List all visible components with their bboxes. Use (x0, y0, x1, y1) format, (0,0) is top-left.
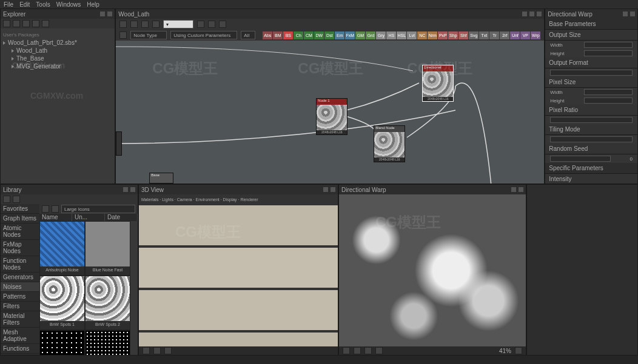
status-icon[interactable] (153, 347, 161, 354)
graph-node-selected[interactable]: Directional2048x2048 L16 (422, 65, 454, 102)
status-icon[interactable] (354, 347, 361, 354)
close-icon[interactable] (537, 12, 542, 16)
all-dropdown[interactable]: All (241, 31, 255, 39)
menu-file[interactable]: File (4, 1, 13, 8)
params-dropdown[interactable]: Using Custom Parameters (170, 31, 237, 39)
seed-slider[interactable] (550, 156, 611, 162)
zoom-dropdown[interactable]: ▾ (163, 20, 193, 28)
node-chip[interactable]: Ch (294, 31, 303, 39)
library-category[interactable]: Function Nodes (1, 256, 39, 273)
menu-edit[interactable]: Edit (19, 1, 30, 8)
library-category[interactable]: FxMap Nodes (1, 240, 39, 256)
node-chip[interactable]: VP (520, 31, 530, 39)
library-item[interactable] (85, 330, 130, 355)
node-chip[interactable]: HS (386, 31, 396, 39)
status-icon[interactable] (515, 347, 522, 354)
collapse-icon[interactable] (130, 21, 138, 28)
graph-node-small[interactable]: Base (149, 173, 173, 184)
dropdown-icon[interactable] (22, 20, 30, 27)
ratio-slider[interactable] (550, 117, 633, 123)
filter-icon[interactable] (42, 205, 49, 213)
node-chip[interactable]: Shf (458, 31, 468, 39)
lib-tool-icon[interactable] (3, 196, 10, 203)
library-category[interactable]: Patterns (1, 292, 39, 302)
node-chip[interactable]: Txt (479, 31, 489, 39)
node-chip[interactable]: PxP (438, 31, 448, 39)
node-chip[interactable]: BS (283, 31, 293, 39)
status-icon[interactable] (375, 347, 383, 354)
section-specific[interactable]: Specific Parameters (545, 163, 637, 174)
pin-icon[interactable] (123, 187, 128, 192)
graph-node[interactable]: Node 12048x2048 L16 (316, 98, 348, 135)
height-slider[interactable] (584, 50, 633, 56)
lib-tool-icon[interactable] (13, 196, 20, 203)
status-icon[interactable] (143, 347, 150, 354)
package-item[interactable]: Wood_Lath_Pbrt_02.sbs* (3, 39, 112, 47)
node-chip[interactable]: GM (355, 31, 365, 39)
snap-icon[interactable] (152, 21, 160, 28)
library-item[interactable]: Blue Noise Fast (85, 221, 130, 276)
library-columns[interactable]: NameUn...Date modified (39, 214, 138, 221)
library-category[interactable]: Graph Items (1, 214, 39, 223)
link-icon[interactable] (208, 21, 215, 28)
section-intensity[interactable]: Intensity (545, 174, 637, 184)
library-category[interactable]: Generators (1, 273, 39, 282)
close-icon[interactable] (630, 12, 635, 16)
width-slider[interactable] (584, 42, 633, 48)
library-category[interactable]: Favorites (1, 204, 39, 214)
format-dropdown[interactable] (550, 70, 633, 76)
node-chip[interactable]: NC (417, 31, 427, 39)
close-icon[interactable] (519, 187, 523, 192)
node-chip[interactable]: Tr (489, 31, 499, 39)
library-category[interactable]: Material Filters (1, 311, 39, 328)
timer-icon[interactable] (219, 21, 226, 28)
properties-body[interactable]: Base Parameters Output Size Width Height… (545, 19, 637, 184)
library-item[interactable]: Anisotropic Noise (39, 221, 85, 276)
minimize-icon[interactable] (522, 12, 527, 16)
filter-icon[interactable] (32, 20, 39, 27)
library-item[interactable]: BnW Spots 1 (39, 276, 85, 330)
expand-icon[interactable] (119, 21, 127, 28)
graph-node[interactable]: Blend Node2048x2048 L16 (374, 125, 405, 162)
node-chip[interactable]: Lvl (407, 31, 417, 39)
library-category[interactable]: Filters (1, 302, 39, 311)
sort-icon[interactable] (52, 205, 59, 213)
section-tiling[interactable]: Tiling Mode (545, 124, 637, 135)
node-chip[interactable]: 2rf (500, 31, 509, 39)
node-chip[interactable]: Abs (263, 31, 272, 39)
maximize-icon[interactable] (529, 12, 534, 16)
3d-view-menu[interactable]: Materials · Lights · Camera · Environmen… (139, 194, 338, 204)
px-height-slider[interactable] (584, 98, 633, 104)
px-width-slider[interactable] (584, 89, 633, 95)
pin-icon[interactable] (100, 12, 105, 16)
section-base[interactable]: Base Parameters (545, 19, 637, 30)
library-item[interactable]: BnW Spots 2 (85, 276, 130, 330)
library-category[interactable]: Atomic Nodes (1, 223, 39, 240)
section-pixel-ratio[interactable]: Pixel Ratio (545, 105, 637, 116)
status-icon[interactable] (164, 347, 172, 354)
node-chip[interactable]: Shp (448, 31, 458, 39)
close-icon[interactable] (331, 187, 335, 192)
node-chip[interactable]: Svg (469, 31, 478, 39)
tree-item[interactable]: MVG_Generator (12, 62, 112, 70)
node-chip[interactable]: Em (335, 31, 344, 39)
node-chip[interactable]: Wrp (531, 31, 540, 39)
node-chip[interactable]: Gry (376, 31, 386, 39)
pin-icon[interactable] (623, 12, 628, 16)
node-chip[interactable]: DW (314, 31, 324, 39)
tiling-dropdown[interactable] (550, 136, 633, 142)
tree-item[interactable]: The_Base (12, 55, 112, 62)
menu-tools[interactable]: Tools (36, 1, 50, 8)
library-sidebar[interactable]: FavoritesGraph ItemsAtomic NodesFxMap No… (1, 204, 39, 355)
pin-icon[interactable] (323, 187, 328, 192)
menu-help[interactable]: Help (87, 1, 99, 8)
node-chip[interactable]: BM (273, 31, 283, 39)
2d-viewport[interactable]: CG模型王 (339, 194, 526, 346)
tree-item[interactable]: Wood_Lath (12, 47, 112, 55)
info-icon[interactable] (197, 21, 204, 28)
node-chip[interactable]: Dst (324, 31, 334, 39)
node-chip[interactable]: Nrm (428, 31, 437, 39)
section-pixel-size[interactable]: Pixel Size (545, 77, 637, 88)
grid-icon[interactable] (141, 21, 149, 28)
close-icon[interactable] (107, 12, 112, 16)
